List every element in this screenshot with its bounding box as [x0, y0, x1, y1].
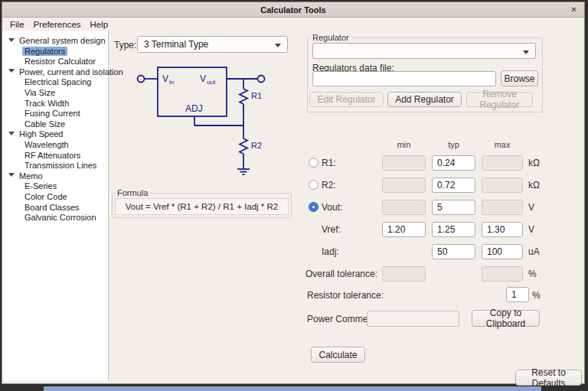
vin-sub-label: in	[169, 79, 174, 86]
overall-tolerance-unit: %	[528, 269, 537, 279]
type-label: Type:	[114, 40, 136, 51]
vout-min-input[interactable]	[382, 200, 426, 215]
tree-item-color-code[interactable]: Color Code	[2, 191, 108, 201]
tree-item-label: Electrical Spacing	[24, 77, 91, 86]
calculator-tools-window: Calculator Tools ✕ File Preferences Help…	[2, 2, 585, 384]
tree-item-track-width[interactable]: Track Width	[2, 97, 108, 108]
vout-typ-input[interactable]	[432, 200, 475, 215]
vref-max-input[interactable]	[482, 222, 523, 237]
menu-preferences[interactable]: Preferences	[29, 19, 86, 30]
chevron-down-icon	[275, 44, 281, 47]
resistor-tolerance-input[interactable]	[506, 287, 529, 302]
add-regulator-button[interactable]: Add Regulator	[387, 92, 462, 107]
formula-text: Vout = Vref * (R1 + R2) / R1 + Iadj * R2	[115, 198, 289, 215]
iadj-row-label: Iadj:	[322, 246, 339, 257]
resistor-tolerance-label: Resistor tolerance:	[307, 290, 384, 301]
calculator-tree: General system design Regulators Resisto…	[2, 31, 109, 381]
column-header-min: min	[382, 140, 426, 149]
iadj-max-input[interactable]	[482, 244, 523, 259]
background-window-edge	[44, 386, 541, 391]
tree-item-e-series[interactable]: E-Series	[2, 180, 108, 191]
menu-file[interactable]: File	[5, 19, 29, 30]
reset-to-defaults-button[interactable]: Reset to Defaults	[515, 370, 582, 386]
tree-section-power-current-isolation[interactable]: Power, current and isolation	[2, 66, 108, 77]
tree-item-rf-attenuators[interactable]: RF Attenuators	[2, 149, 108, 160]
vref-typ-input[interactable]	[432, 222, 475, 237]
menubar: File Preferences Help	[2, 18, 584, 31]
collapse-triangle-icon[interactable]	[8, 173, 15, 177]
r2-radio[interactable]	[309, 180, 318, 190]
ground-icon	[237, 169, 250, 174]
copy-to-clipboard-button[interactable]: Copy to Clipboard	[472, 310, 540, 327]
vout-row-label: Vout:	[322, 202, 342, 213]
resistor-r2-icon	[240, 138, 247, 154]
remove-regulator-button[interactable]: Remove Regulator	[466, 92, 533, 107]
overall-tolerance-label: Overall tolerance:	[301, 269, 377, 279]
calculate-button[interactable]: Calculate	[311, 347, 365, 363]
tree-item-transmission-lines[interactable]: Transmission Lines	[2, 159, 108, 170]
tree-section-high-speed[interactable]: High Speed	[2, 128, 108, 138]
vout-radio[interactable]	[309, 202, 318, 212]
edit-regulator-button[interactable]: Edit Regulator	[309, 92, 384, 107]
output-terminal-icon	[258, 76, 265, 83]
r2-unit: kΩ	[528, 180, 540, 191]
r1-typ-input[interactable]	[432, 155, 475, 171]
chevron-down-icon	[523, 51, 529, 54]
tree-section-general-system-design[interactable]: General system design	[2, 34, 108, 45]
formula-frame-label: Formula	[115, 188, 150, 197]
window-title: Calculator Tools	[260, 5, 325, 15]
regulator-schematic: V in V out ADJ R1 R2	[127, 64, 280, 184]
tree-item-electrical-spacing[interactable]: Electrical Spacing	[2, 76, 108, 86]
vref-row-label: Vref:	[322, 224, 341, 235]
tree-item-fusing-current[interactable]: Fusing Current	[2, 107, 108, 118]
power-comment-input[interactable]	[367, 311, 459, 327]
menu-help[interactable]: Help	[86, 19, 113, 30]
tree-item-resistor-calculator[interactable]: Resistor Calculator	[2, 55, 108, 66]
close-icon[interactable]: ✕	[569, 5, 579, 15]
r1-radio[interactable]	[309, 158, 318, 168]
tree-item-galvanic-corrosion[interactable]: Galvanic Corrosion	[2, 211, 108, 222]
titlebar[interactable]: Calculator Tools ✕	[2, 2, 584, 18]
regulators-data-file-input[interactable]	[312, 71, 496, 86]
regulator-dropdown[interactable]	[312, 43, 536, 59]
collapse-triangle-icon[interactable]	[8, 69, 15, 73]
r2-typ-input[interactable]	[432, 178, 475, 193]
r1-max-input[interactable]	[482, 155, 523, 171]
r1-label: R1:	[322, 158, 336, 168]
tree-item-label: Resistor Calculator	[24, 57, 96, 66]
tree-item-via-size[interactable]: Via Size	[2, 86, 108, 97]
vout-label: V	[200, 73, 206, 84]
vin-label: V	[162, 73, 168, 84]
r2-max-input[interactable]	[482, 178, 523, 193]
tree-item-label: Cable Size	[24, 119, 65, 129]
r1-min-input[interactable]	[382, 155, 426, 171]
tree-item-wavelength[interactable]: Wavelength	[2, 138, 108, 149]
tree-item-label: Transmission Lines	[24, 161, 96, 170]
tree-section-memo[interactable]: Memo	[2, 170, 108, 181]
tree-item-regulators[interactable]: Regulators	[2, 45, 108, 56]
iadj-typ-input[interactable]	[432, 244, 475, 259]
overall-tolerance-max-input[interactable]	[482, 266, 523, 282]
vref-min-input[interactable]	[382, 222, 426, 237]
vout-max-input[interactable]	[482, 200, 523, 215]
tree-item-cable-size[interactable]: Cable Size	[2, 118, 108, 129]
r2-min-input[interactable]	[382, 178, 426, 193]
collapse-triangle-icon[interactable]	[8, 132, 15, 135]
tree-item-label: Galvanic Corrosion	[24, 213, 96, 222]
column-header-typ: typ	[432, 140, 475, 149]
tree-item-label: Regulators	[22, 47, 67, 56]
tree-item-label: Via Size	[24, 88, 55, 97]
tree-item-label: Board Classes	[24, 203, 80, 212]
overall-tolerance-min-input[interactable]	[382, 266, 426, 282]
type-dropdown-value: 3 Terminal Type	[144, 39, 208, 50]
type-dropdown[interactable]: 3 Terminal Type	[137, 36, 288, 53]
r1-label: R1	[251, 91, 262, 100]
tree-item-label: Color Code	[24, 192, 67, 201]
column-header-max: max	[482, 140, 523, 149]
vout-unit: V	[528, 202, 534, 213]
collapse-triangle-icon[interactable]	[8, 38, 15, 42]
browse-button[interactable]: Browse	[501, 70, 538, 86]
r1-unit: kΩ	[528, 158, 540, 168]
tree-item-board-classes[interactable]: Board Classes	[2, 201, 108, 212]
adj-label: ADJ	[185, 103, 203, 114]
